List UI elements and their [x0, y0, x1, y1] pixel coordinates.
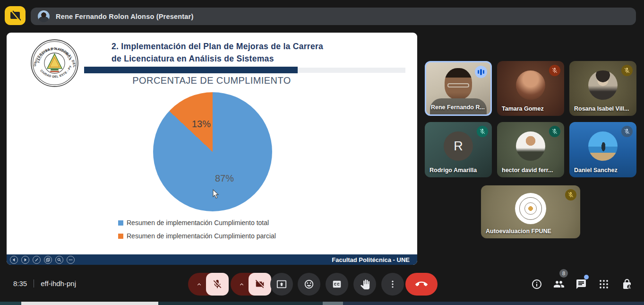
speaking-indicator-icon	[475, 66, 487, 78]
legend-item-total: Resumen de implementación Cumplimiento t…	[118, 216, 276, 229]
apps-grid-icon	[598, 279, 610, 290]
presenter-avatar	[38, 10, 50, 22]
participant-tile-rodrigo[interactable]: R Rodrigo Amarilla	[425, 122, 492, 177]
title-divider-bar-faint	[298, 68, 405, 73]
taskbar-strip	[343, 302, 644, 305]
avatar	[588, 131, 618, 161]
reactions-button[interactable]	[298, 273, 320, 296]
legend-item-parcial: Resumen de implementación Cumplimiento p…	[118, 229, 276, 243]
host-controls-button[interactable]	[621, 279, 633, 290]
mic-off-icon	[549, 65, 560, 76]
participant-tile-hector[interactable]: hector david ferr...	[497, 122, 564, 177]
participant-name: Rodrigo Amarilla	[429, 167, 477, 174]
avatar	[588, 70, 618, 100]
camera-off-button[interactable]	[249, 273, 271, 296]
more-options-icon	[67, 256, 75, 264]
see-all-slides-icon	[44, 256, 52, 264]
mic-off-icon	[565, 189, 576, 200]
end-call-icon	[415, 278, 428, 290]
participant-tile-rosana[interactable]: Rosana Isabel Vill...	[569, 61, 636, 116]
participant-name: Daniel Sanchez	[574, 167, 618, 174]
mic-options-chevron[interactable]	[192, 273, 206, 296]
presentation-off-icon	[9, 10, 21, 21]
mouse-cursor	[213, 189, 220, 199]
title-divider-bar	[84, 67, 298, 73]
pie-label-parcial: 13%	[192, 119, 211, 130]
chat-panel-button[interactable]	[575, 279, 587, 290]
avatar-logo	[515, 193, 546, 224]
slide-footer-text: Facultad Politécnica - UNE	[332, 256, 410, 263]
chat-icon	[575, 279, 587, 290]
chevron-up-icon	[196, 281, 202, 288]
lock-icon	[621, 279, 633, 290]
present-screen-button[interactable]	[270, 273, 293, 296]
presentation-tile[interactable]: UNIVERSIDAD NACIONAL DEL ESTE FACULTAD P…	[7, 33, 417, 265]
raise-hand-button[interactable]	[353, 273, 376, 296]
presenter-name: Rene Fernando Rolon Alonso (Presentar)	[56, 13, 193, 20]
university-seal-logo: UNIVERSIDAD NACIONAL DEL ESTE FACULTAD P…	[30, 39, 79, 87]
camera-control-group[interactable]	[231, 273, 271, 296]
chevron-up-icon	[239, 281, 245, 288]
camera-options-chevron[interactable]	[234, 273, 249, 296]
mic-off-icon	[621, 126, 633, 137]
chart-title: PORCENTAJE DE CUMPLIMIENTO	[117, 75, 306, 86]
avatar	[516, 131, 545, 161]
presentation-paused-button[interactable]	[5, 6, 26, 25]
previous-slide-icon	[10, 256, 18, 264]
mic-off-icon	[549, 126, 560, 137]
participant-tile-daniel[interactable]: Daniel Sanchez	[569, 122, 636, 177]
presenter-notification-pill[interactable]: Rene Fernando Rolon Alonso (Presentar)	[31, 8, 636, 25]
avatar-letter: R	[454, 139, 463, 154]
more-options-button[interactable]	[381, 273, 404, 296]
next-slide-icon	[21, 256, 29, 264]
participant-name: Tamara Gomez	[502, 105, 544, 112]
participant-tile-tamara[interactable]: Tamara Gomez	[497, 61, 564, 116]
avatar	[516, 70, 545, 100]
video-feed-detail	[447, 83, 469, 87]
mic-off-icon	[477, 126, 488, 137]
participant-name: Rene Fernando R...	[431, 104, 485, 111]
participant-tile-autoevaluacion[interactable]: Autoevaluacion FPUNE	[481, 185, 580, 238]
legend-swatch-orange	[118, 234, 123, 239]
camera-off-icon	[255, 279, 265, 289]
participant-tile-rene[interactable]: Rene Fernando R...	[425, 61, 492, 116]
meeting-status: 8:35 eff-ihdh-pnj	[13, 279, 76, 288]
participant-name: Rosana Isabel Vill...	[574, 105, 629, 112]
info-icon	[531, 279, 542, 290]
slide-title-line2: de Licenciatura en Análisis de Sistemas	[112, 52, 395, 65]
participant-count-badge: 8	[559, 269, 568, 278]
captions-icon	[332, 279, 342, 289]
legend-label-parcial: Resumen de implementación Cumplimiento p…	[127, 232, 276, 240]
mic-control-group[interactable]	[188, 273, 229, 296]
logo-emblem	[47, 54, 62, 69]
end-call-button[interactable]	[405, 273, 438, 296]
chat-notification-dot	[584, 275, 589, 279]
clock-time: 8:35	[13, 279, 27, 288]
activities-button[interactable]	[598, 279, 610, 290]
slide-footer-bar: Facultad Politécnica - UNE	[7, 254, 417, 265]
mic-off-icon	[621, 65, 633, 76]
pen-icon	[33, 256, 41, 264]
avatar-initial: R	[444, 131, 473, 161]
slide-title-line1: 2. Implementación del Plan de Mejoras de…	[112, 40, 395, 52]
mini-seal-icon	[519, 197, 542, 220]
legend-label-total: Resumen de implementación Cumplimiento t…	[127, 219, 269, 227]
pie-label-total: 87%	[215, 173, 234, 184]
raise-hand-icon	[360, 279, 370, 289]
people-icon	[553, 279, 565, 290]
captions-button[interactable]	[326, 273, 348, 296]
legend-swatch-blue	[118, 220, 123, 226]
chart-legend: Resumen de implementación Cumplimiento t…	[118, 216, 276, 243]
taskbar-strip	[323, 302, 343, 305]
people-panel-button[interactable]	[553, 279, 565, 290]
meeting-details-button[interactable]	[531, 279, 542, 290]
slide-title: 2. Implementación del Plan de Mejoras de…	[112, 40, 395, 65]
zoom-icon	[55, 256, 63, 264]
participant-name: Autoevaluacion FPUNE	[486, 228, 551, 235]
mic-off-button[interactable]	[206, 273, 229, 296]
divider	[34, 279, 34, 288]
taskbar-strip	[21, 302, 158, 305]
participant-name: hector david ferr...	[502, 167, 553, 174]
present-screen-icon	[276, 279, 287, 289]
smiley-icon	[304, 279, 314, 289]
